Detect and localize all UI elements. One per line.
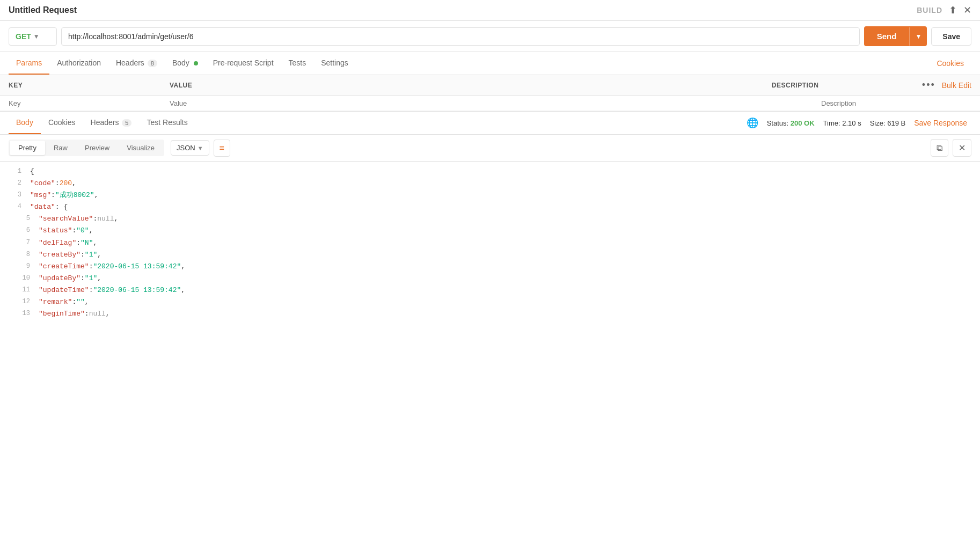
response-tabs: Body Cookies Headers 5 Test Results 🌐 St… [0,112,980,135]
top-bar-actions: BUILD ⬆ ✕ [917,4,971,16]
tab-settings[interactable]: Settings [313,52,356,75]
format-pretty[interactable]: Pretty [10,141,45,155]
tab-cookies[interactable]: Cookies [929,53,971,74]
json-line-5: 5 "searchValue": null, [0,213,980,225]
response-time: Time: 2.10 s [823,119,861,127]
tab-prerequest[interactable]: Pre-request Script [206,52,281,75]
method-label: GET [16,32,31,41]
json-line-13: 13 "beginTime": null, [0,308,980,320]
json-line-6: 6 "status": "0", [0,225,980,237]
resp-tab-body[interactable]: Body [9,112,41,134]
params-row [0,96,980,111]
resp-tab-cookies[interactable]: Cookies [41,112,83,134]
json-line-10: 10 "updateBy": "1", [0,273,980,284]
format-raw[interactable]: Raw [45,141,76,155]
lang-dropdown-arrow: ▼ [198,145,203,151]
json-line-4: 4 "data": { [0,201,980,213]
json-line-9: 9 "createTime": "2020-06-15 13:59:42", [0,261,980,273]
search-button[interactable]: ✕ [953,139,971,157]
send-label: Send [864,26,910,46]
tab-tests[interactable]: Tests [281,52,314,75]
resp-tab-testresults[interactable]: Test Results [139,112,195,134]
copy-button[interactable]: ⧉ [931,139,948,157]
url-bar: GET ▼ Send ▼ Save [0,21,980,52]
json-line-11: 11 "updateTime": "2020-06-15 13:59:42", [0,284,980,296]
language-selector[interactable]: JSON ▼ [171,140,209,156]
key-column-header: KEY [9,82,170,89]
response-size: Size: 619 B [870,119,906,127]
build-button[interactable]: BUILD [917,6,942,14]
json-viewer: 1 { 2 "code": 200, 3 "msg": "成功8002", 4 … [0,162,980,324]
json-line-1: 1 { [0,166,980,178]
response-toolbar: Pretty Raw Preview Visualize JSON ▼ ≡ ⧉ … [0,135,980,162]
response-actions: ⧉ ✕ [931,139,971,157]
share-icon[interactable]: ⬆ [949,4,957,16]
bulk-edit-button[interactable]: Bulk Edit [942,81,971,90]
resp-headers-badge: 5 [122,119,131,127]
tab-authorization[interactable]: Authorization [49,52,108,75]
send-button[interactable]: Send ▼ [864,26,927,46]
json-line-12: 12 "remark": "", [0,296,980,308]
globe-icon[interactable]: 🌐 [747,117,758,129]
format-visualize[interactable]: Visualize [118,141,163,155]
params-actions: ••• Bulk Edit [922,79,971,91]
more-icon[interactable]: ✕ [963,4,971,16]
response-meta: 🌐 Status: 200 OK Time: 2.10 s Size: 619 … [747,117,971,129]
tab-body[interactable]: Body [165,52,206,75]
headers-badge: 8 [148,60,157,67]
send-dropdown-arrow[interactable]: ▼ [909,27,927,46]
save-response-button[interactable]: Save Response [914,119,967,127]
language-label: JSON [177,144,195,152]
top-bar: Untitled Request BUILD ⬆ ✕ [0,0,980,21]
page-title: Untitled Request [9,5,77,15]
json-line-7: 7 "delFlag": "N", [0,237,980,249]
format-preview[interactable]: Preview [76,141,118,155]
key-input[interactable] [9,99,170,107]
save-button[interactable]: Save [931,27,971,46]
resp-tab-headers[interactable]: Headers 5 [83,112,140,134]
value-column-header: VALUE [170,82,772,89]
status-value: 200 OK [791,119,815,127]
json-line-3: 3 "msg": "成功8002", [0,189,980,201]
method-selector[interactable]: GET ▼ [9,27,57,46]
params-header: KEY VALUE DESCRIPTION ••• Bulk Edit [0,75,980,96]
json-line-8: 8 "createBy": "1", [0,249,980,261]
wrap-button[interactable]: ≡ [214,140,230,157]
format-tabs: Pretty Raw Preview Visualize [9,140,164,156]
tab-headers[interactable]: Headers 8 [108,52,165,75]
body-indicator [194,61,198,65]
tab-params[interactable]: Params [9,52,49,75]
method-dropdown-arrow: ▼ [33,33,40,40]
description-input[interactable] [821,99,971,107]
description-column-header: DESCRIPTION [772,82,922,89]
response-status: Status: 200 OK [767,119,815,127]
more-options-button[interactable]: ••• [922,79,935,91]
params-table: KEY VALUE DESCRIPTION ••• Bulk Edit [0,75,980,112]
response-section: Body Cookies Headers 5 Test Results 🌐 St… [0,112,980,324]
request-tabs: Params Authorization Headers 8 Body Pre-… [0,52,980,75]
value-input[interactable] [170,99,821,107]
json-line-2: 2 "code": 200, [0,178,980,189]
url-input[interactable] [61,27,860,46]
